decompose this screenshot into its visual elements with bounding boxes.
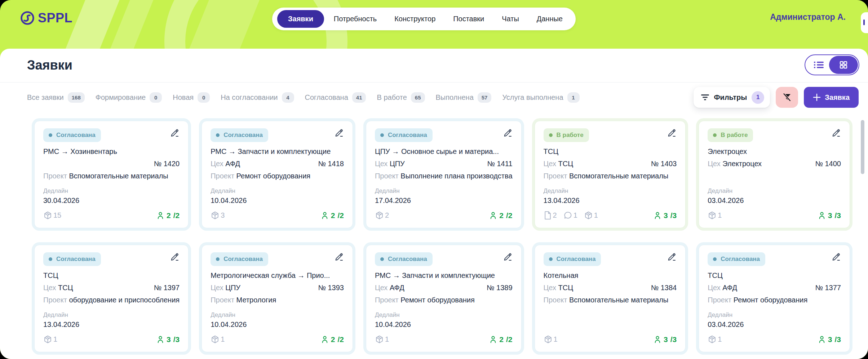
grid-view-active[interactable] <box>829 56 858 74</box>
request-card[interactable]: Согласована Метрологическая служба → При… <box>201 245 353 352</box>
status-filter-tab[interactable]: Услуга выполнена1 <box>502 92 579 103</box>
status-filter-tabs: Все заявки168Формирование0Новая0На согла… <box>27 92 580 103</box>
people-counter: 2/2 <box>320 335 344 344</box>
filter-tab-count: 65 <box>411 92 425 103</box>
request-card[interactable]: В работе Электроцех Цех Электроцех № 140… <box>699 121 850 228</box>
request-title: РМС → Хозинвентарь <box>43 147 180 156</box>
status-label: В работе <box>721 132 748 139</box>
deadline-label: Дедлайн <box>544 187 677 195</box>
pencil-icon[interactable] <box>831 252 841 262</box>
nav-item-конструктор[interactable]: Конструктор <box>386 10 443 27</box>
pencil-icon[interactable] <box>831 128 841 138</box>
list-icon[interactable] <box>814 61 824 69</box>
request-card[interactable]: Согласована ТСЦ Цех ТСЦ № 1397 Проект об… <box>34 245 189 352</box>
people-counter: 3/3 <box>818 211 841 220</box>
request-card[interactable]: Согласована Котельная Цех ТСЦ № 1384 Про… <box>535 245 686 352</box>
pencil-icon[interactable] <box>170 252 180 262</box>
deadline-date: 10.04.2026 <box>211 320 344 329</box>
status-label: В работе <box>557 132 584 139</box>
clear-filters-button[interactable] <box>776 87 798 108</box>
filters-badge: 1 <box>752 91 764 104</box>
request-card[interactable]: В работе ТСЦ Цех ТСЦ № 1403 Проект Вспом… <box>535 121 686 228</box>
request-number: № 1389 <box>487 284 513 292</box>
filter-tab-label: Услуга выполнена <box>502 93 563 102</box>
status-dot-icon <box>549 257 553 261</box>
nav-item-данные[interactable]: Данные <box>529 10 571 27</box>
card-counters: 211 <box>544 211 598 220</box>
people-counter: 2/2 <box>156 211 180 220</box>
pencil-icon[interactable] <box>334 252 344 262</box>
deadline-field: Дедлайн 30.04.2026 <box>43 187 180 205</box>
add-request-button[interactable]: Заявка <box>804 87 859 108</box>
grid-icon <box>839 61 848 69</box>
request-title: ТСЦ <box>544 147 677 156</box>
nav-item-поставки[interactable]: Поставки <box>445 10 492 27</box>
status-dot-icon <box>713 133 717 137</box>
user-name[interactable]: Администратор А. <box>770 12 846 22</box>
status-label: Согласована <box>56 256 96 263</box>
sppl-ring-icon <box>19 10 35 26</box>
workshop-field: Цех ТСЦ <box>544 284 574 292</box>
status-label: Согласована <box>557 256 596 263</box>
status-filter-tab[interactable]: Выполнена57 <box>436 92 492 103</box>
nav-item-заявки[interactable]: Заявки <box>277 10 324 28</box>
deadline-label: Дедлайн <box>211 187 344 195</box>
pencil-icon[interactable] <box>503 252 513 262</box>
nav-item-чаты[interactable]: Чаты <box>494 10 527 27</box>
filter-tab-label: Согласована <box>305 93 348 102</box>
request-card[interactable]: Согласована РМС → Хозинвентарь Цех № 142… <box>34 121 189 228</box>
person-icon <box>320 211 329 220</box>
counter-box-icon: 15 <box>43 211 61 220</box>
status-badge: Согласована <box>43 252 101 266</box>
card-counters: 1 <box>211 335 225 344</box>
nav-item-потребность[interactable]: Потребность <box>326 10 385 27</box>
status-badge: Согласована <box>375 252 433 266</box>
edge-panel-handle[interactable] <box>861 12 868 33</box>
status-dot-icon <box>49 133 52 137</box>
filters-button[interactable]: Фильтры 1 <box>694 87 770 108</box>
status-filter-tab[interactable]: На согласовании4 <box>221 92 294 103</box>
deadline-date: 30.04.2026 <box>43 196 180 205</box>
counter-box-icon: 1 <box>544 335 558 344</box>
deadline-date: 13.04.2026 <box>544 196 677 205</box>
pencil-icon[interactable] <box>503 128 513 138</box>
pencil-icon[interactable] <box>667 252 677 262</box>
request-cards-grid: Согласована РМС → Хозинвентарь Цех № 142… <box>34 121 850 352</box>
request-title: РМС → Запчасти и комплектующие <box>375 271 513 280</box>
deadline-date: 17.04.2026 <box>375 196 513 205</box>
person-icon <box>156 211 165 220</box>
request-card[interactable]: Согласована РМС → Запчасти и комплектующ… <box>366 245 522 352</box>
workshop-field: Цех АФД <box>211 160 240 168</box>
person-icon <box>489 211 497 220</box>
pencil-icon[interactable] <box>170 128 180 138</box>
people-counter: 3/3 <box>156 335 180 344</box>
pencil-icon[interactable] <box>667 128 677 138</box>
counter-box-icon: 1 <box>211 335 225 344</box>
counter-box-icon: 3 <box>211 211 225 220</box>
request-title: ТСЦ <box>43 271 180 280</box>
status-label: Согласована <box>388 132 427 139</box>
request-number: № 1384 <box>651 284 677 292</box>
request-number: № 1418 <box>318 160 344 168</box>
scrollbar-thumb[interactable] <box>861 120 864 174</box>
status-filter-tab[interactable]: Формирование0 <box>96 92 162 103</box>
person-icon <box>156 335 165 344</box>
people-counter: 3/3 <box>653 211 677 220</box>
view-toggle[interactable] <box>805 54 859 75</box>
status-filter-tab[interactable]: Согласована41 <box>305 92 366 103</box>
pencil-icon[interactable] <box>334 128 344 138</box>
card-counters: 3 <box>211 211 225 220</box>
person-icon <box>489 335 497 344</box>
workshop-field: Цех ТСЦ <box>544 160 574 168</box>
status-filter-tab[interactable]: Все заявки168 <box>27 92 85 103</box>
status-filter-tab[interactable]: Новая0 <box>173 92 210 103</box>
request-card[interactable]: Согласована ТСЦ Цех АФД № 1377 Проект Ре… <box>699 245 850 352</box>
request-card[interactable]: Согласована РМС → Запчасти и комплектующ… <box>201 121 353 228</box>
status-badge: Согласована <box>211 128 268 142</box>
request-card[interactable]: Согласована ЦПУ → Основное сырье и матер… <box>366 121 522 228</box>
person-icon <box>653 211 662 220</box>
status-filter-tab[interactable]: В работе65 <box>377 92 425 103</box>
deadline-date: 03.04.2026 <box>708 196 841 205</box>
deadline-date: 03.04.2026 <box>708 320 841 329</box>
filter-tab-label: Формирование <box>96 93 146 102</box>
